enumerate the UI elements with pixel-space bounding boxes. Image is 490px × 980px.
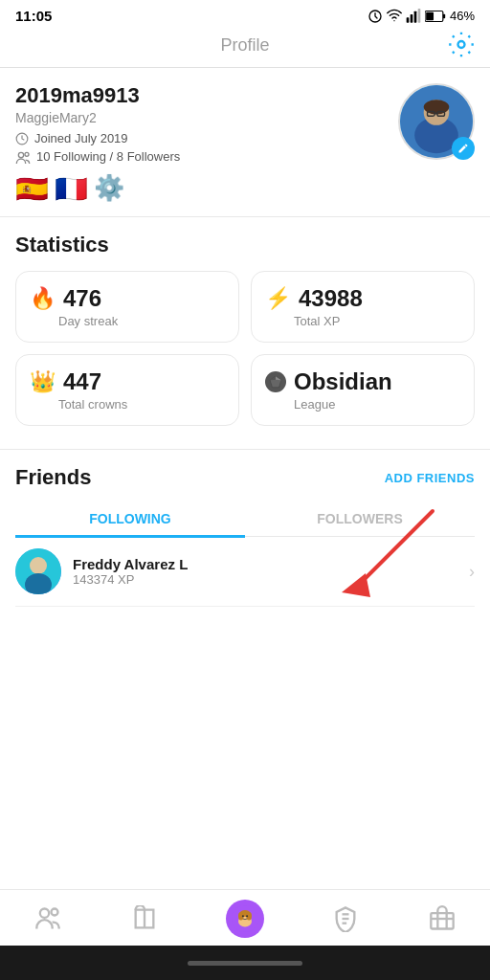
status-bar: 11:05 46% bbox=[0, 0, 490, 28]
nav-search-icon bbox=[33, 903, 63, 934]
gear-svg bbox=[448, 31, 475, 57]
svg-point-11 bbox=[25, 152, 29, 156]
flag-spanish: 🇪🇸 bbox=[15, 173, 49, 205]
stat-card-streak: 🔥 476 Day streak bbox=[15, 271, 239, 343]
svg-rect-2 bbox=[411, 14, 413, 23]
friends-title: Friends bbox=[15, 465, 91, 490]
friend-avatar-svg bbox=[15, 548, 61, 594]
battery-icon bbox=[425, 10, 446, 23]
people-nav-icon bbox=[34, 905, 61, 932]
stat-top-streak: 🔥 476 bbox=[30, 285, 225, 312]
svg-line-27 bbox=[356, 511, 433, 588]
avatar-container[interactable] bbox=[398, 83, 475, 160]
alarm-icon bbox=[368, 9, 383, 24]
signal-icon bbox=[406, 9, 421, 24]
profile-info: 2019ma9913 MaggieMary2 Joined July 2019 … bbox=[15, 83, 398, 205]
profile-flags: 🇪🇸 🇫🇷 ⚙️ bbox=[15, 173, 398, 205]
status-icons: 46% bbox=[368, 9, 475, 24]
profile-nav-avatar bbox=[232, 905, 258, 932]
obsidian-icon bbox=[265, 371, 286, 392]
svg-point-29 bbox=[40, 909, 49, 918]
league-label: League bbox=[294, 397, 460, 412]
xp-label: Total XP bbox=[294, 314, 460, 328]
streak-label: Day streak bbox=[58, 314, 225, 328]
stat-card-league: Obsidian League bbox=[251, 354, 475, 426]
nav-shop-icon bbox=[427, 903, 457, 934]
stat-top-xp: ⚡ 43988 bbox=[265, 285, 460, 312]
svg-rect-7 bbox=[443, 13, 445, 18]
fire-icon: 🔥 bbox=[30, 286, 56, 311]
statistics-title: Statistics bbox=[15, 233, 475, 257]
friends-header: Friends ADD FRIENDS bbox=[15, 465, 475, 490]
book-icon bbox=[131, 905, 158, 932]
nav-item-shield[interactable] bbox=[330, 903, 361, 934]
battery-percent: 46% bbox=[450, 9, 475, 23]
profile-following: 10 Following / 8 Followers bbox=[15, 149, 398, 164]
svg-rect-3 bbox=[414, 11, 417, 22]
league-value: Obsidian bbox=[294, 368, 392, 395]
nav-item-shop[interactable] bbox=[427, 903, 457, 934]
home-bar-area bbox=[0, 946, 490, 980]
svg-point-30 bbox=[52, 909, 58, 916]
stats-grid: 🔥 476 Day streak ⚡ 43988 Total XP 👑 447 … bbox=[15, 271, 475, 426]
clock-icon bbox=[15, 132, 29, 145]
bottom-nav bbox=[0, 889, 490, 946]
flag-gear[interactable]: ⚙️ bbox=[94, 173, 124, 205]
crowns-label: Total crowns bbox=[58, 397, 225, 412]
status-time: 11:05 bbox=[15, 8, 52, 24]
home-indicator bbox=[188, 961, 302, 966]
svg-point-10 bbox=[18, 152, 23, 157]
statistics-section: Statistics 🔥 476 Day streak ⚡ 43988 Tota… bbox=[0, 217, 490, 434]
svg-point-25 bbox=[30, 557, 47, 574]
edit-icon bbox=[457, 143, 469, 154]
svg-rect-4 bbox=[418, 9, 421, 23]
svg-rect-6 bbox=[426, 11, 434, 20]
add-friends-button[interactable]: ADD FRIENDS bbox=[385, 471, 475, 485]
nav-learn-icon bbox=[129, 903, 160, 934]
svg-point-8 bbox=[458, 41, 465, 48]
stat-card-xp: ⚡ 43988 Total XP bbox=[251, 271, 475, 343]
settings-icon[interactable] bbox=[448, 31, 475, 64]
svg-marker-28 bbox=[342, 573, 370, 597]
svg-point-38 bbox=[242, 915, 244, 917]
page-title: Profile bbox=[220, 35, 269, 56]
stat-top-league: Obsidian bbox=[265, 368, 460, 395]
profile-handle: MaggieMary2 bbox=[15, 110, 398, 125]
header: Profile bbox=[0, 28, 490, 68]
profile-joined: Joined July 2019 bbox=[15, 131, 398, 145]
shop-icon bbox=[429, 905, 456, 932]
red-arrow-svg bbox=[279, 501, 471, 616]
flag-french: 🇫🇷 bbox=[55, 173, 88, 205]
profile-username: 2019ma9913 bbox=[15, 83, 398, 108]
nav-item-profile[interactable] bbox=[226, 900, 264, 938]
svg-rect-1 bbox=[407, 17, 410, 22]
crown-icon: 👑 bbox=[30, 369, 56, 394]
svg-point-39 bbox=[246, 915, 248, 917]
nav-item-search[interactable] bbox=[33, 903, 63, 934]
lightning-icon: ⚡ bbox=[265, 286, 291, 311]
friend-avatar bbox=[15, 548, 61, 594]
nav-shield-icon bbox=[330, 903, 361, 934]
stat-card-crowns: 👑 447 Total crowns bbox=[15, 354, 239, 426]
people-icon bbox=[15, 150, 31, 164]
tab-following[interactable]: FOLLOWING bbox=[15, 501, 245, 536]
shield-icon bbox=[332, 905, 359, 932]
streak-value: 476 bbox=[63, 285, 101, 312]
wifi-icon bbox=[387, 9, 402, 24]
bottom-spacer bbox=[0, 607, 490, 722]
gem-icon bbox=[269, 375, 282, 389]
avatar-edit-button[interactable] bbox=[452, 137, 475, 160]
nav-profile-active bbox=[226, 900, 264, 938]
nav-item-learn[interactable] bbox=[129, 903, 160, 934]
stat-top-crowns: 👑 447 bbox=[30, 368, 225, 395]
xp-value: 43988 bbox=[299, 285, 363, 312]
crowns-value: 447 bbox=[63, 368, 101, 395]
profile-section: 2019ma9913 MaggieMary2 Joined July 2019 … bbox=[0, 68, 490, 216]
svg-rect-43 bbox=[431, 913, 453, 928]
